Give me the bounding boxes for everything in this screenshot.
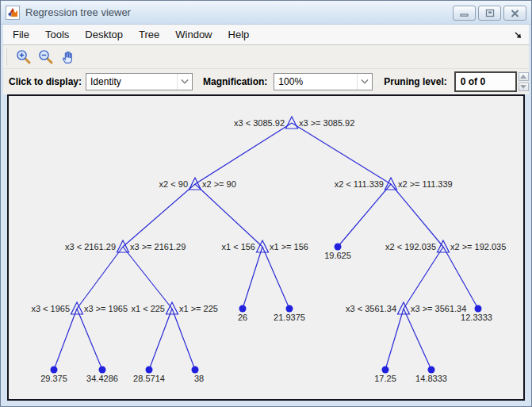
- tree-edge: [404, 247, 443, 309]
- dock-button[interactable]: [513, 30, 522, 40]
- tree-edge: [77, 247, 123, 309]
- tree-edge: [262, 247, 289, 309]
- leaf-value-label: 38: [194, 374, 204, 383]
- leaf-node[interactable]: [335, 244, 342, 251]
- split-label-left: x3 < 1965: [31, 304, 70, 313]
- split-label-right: x2 >= 192.035: [450, 242, 506, 251]
- tree-edge: [195, 123, 292, 184]
- magnification-label: Magnification:: [203, 76, 267, 87]
- branch-node[interactable]: [286, 117, 298, 129]
- menu-tools[interactable]: Tools: [37, 25, 77, 44]
- tree-edge: [149, 309, 172, 370]
- tree-edge: [292, 123, 391, 184]
- tree-edge: [443, 247, 478, 309]
- chevron-down-icon: [357, 74, 372, 90]
- control-bar: Click to display: Identity Magnification…: [3, 69, 529, 94]
- menu-file[interactable]: File: [5, 25, 37, 44]
- spinner-up-button[interactable]: [519, 72, 529, 81]
- leaf-node[interactable]: [99, 367, 106, 374]
- window-title: Regression tree viewer: [25, 6, 131, 18]
- pruning-level-label: Pruning level:: [384, 76, 446, 87]
- zoom-in-button[interactable]: [13, 47, 33, 67]
- magnification-select[interactable]: 100%: [274, 73, 373, 90]
- tree-edge: [404, 309, 431, 370]
- pruning-spinner: [519, 72, 529, 91]
- close-icon: [511, 10, 519, 17]
- leaf-value-label: 29.375: [40, 374, 67, 383]
- zoom-out-button[interactable]: [36, 47, 55, 67]
- split-label-left: x1 < 225: [131, 304, 165, 313]
- leaf-value-label: 17.25: [374, 374, 396, 383]
- leaf-node[interactable]: [192, 367, 199, 374]
- minimize-button[interactable]: [453, 6, 476, 21]
- split-label-right: x2 >= 111.339: [398, 179, 453, 189]
- pruning-level-value: 0 of 0: [461, 76, 485, 87]
- click-to-display-select[interactable]: Identity: [86, 73, 193, 90]
- leaf-node[interactable]: [428, 367, 435, 374]
- leaf-node[interactable]: [146, 367, 153, 374]
- restore-icon: [485, 9, 495, 17]
- pan-hand-icon: [61, 50, 75, 64]
- menu-desktop[interactable]: Desktop: [77, 25, 131, 44]
- leaf-value-label: 19.625: [324, 251, 351, 260]
- tree-edge: [54, 309, 77, 370]
- menu-window[interactable]: Window: [167, 25, 220, 44]
- tool-bar: [3, 45, 529, 69]
- tree-edge: [77, 309, 102, 370]
- close-button[interactable]: [503, 6, 526, 21]
- menu-help[interactable]: Help: [220, 25, 258, 44]
- spinner-down-button[interactable]: [519, 83, 529, 91]
- minimize-icon: [460, 10, 469, 17]
- matlab-logo-icon: [6, 6, 20, 20]
- magnification-value: 100%: [274, 76, 357, 87]
- split-label-right: x3 >= 1965: [84, 304, 128, 313]
- leaf-node[interactable]: [239, 305, 247, 313]
- tree-edge: [338, 184, 391, 247]
- leaf-value-label: 28.5714: [133, 374, 165, 383]
- toolbar-grip[interactable]: [6, 48, 7, 66]
- split-label-right: x2 >= 90: [202, 179, 236, 189]
- split-label-right: x3 >= 3085.92: [299, 118, 354, 128]
- click-to-display-label: Click to display:: [9, 76, 82, 87]
- leaf-node[interactable]: [475, 305, 482, 313]
- leaf-value-label: 14.8333: [415, 374, 447, 383]
- leaf-node[interactable]: [286, 305, 293, 313]
- tree-edge: [243, 247, 262, 309]
- leaf-value-label: 12.3333: [461, 313, 492, 322]
- tree-edge: [385, 309, 404, 370]
- pruning-level-field[interactable]: 0 of 0: [454, 71, 517, 92]
- tree-edge: [195, 184, 262, 247]
- split-label-left: x1 < 156: [221, 242, 255, 251]
- arrow-down-icon: [520, 85, 526, 89]
- window-controls: [453, 1, 526, 21]
- tree-canvas-frame: x3 < 3085.92x3 >= 3085.92x2 < 90x2 >= 90…: [7, 94, 525, 401]
- pan-button[interactable]: [58, 47, 78, 67]
- tree-edge: [172, 309, 195, 370]
- tree-edge: [123, 247, 172, 309]
- arrow-up-icon: [520, 75, 526, 79]
- tree-edge: [123, 184, 195, 247]
- zoom-out-icon: [38, 49, 53, 64]
- chevron-down-icon: [177, 74, 192, 90]
- split-label-left: x3 < 2161.29: [65, 242, 116, 251]
- split-label-left: x3 < 3085.92: [234, 118, 285, 128]
- split-label-left: x2 < 90: [159, 179, 188, 189]
- title-bar[interactable]: Regression tree viewer: [1, 1, 531, 25]
- zoom-in-icon: [16, 49, 31, 64]
- menu-tree[interactable]: Tree: [131, 25, 167, 44]
- dock-arrow-icon: [513, 30, 522, 40]
- split-label-right: x3 >= 2161.29: [130, 242, 186, 251]
- split-label-right: x1 >= 225: [179, 304, 218, 313]
- regression-tree-viewer-window: Regression tree viewer File Tools Deskto…: [0, 0, 532, 407]
- leaf-node[interactable]: [51, 367, 58, 374]
- leaf-value-label: 34.4286: [86, 374, 118, 383]
- split-label-right: x1 >= 156: [270, 242, 308, 251]
- restore-button[interactable]: [478, 6, 501, 21]
- split-label-right: x3 >= 3561.34: [411, 304, 466, 313]
- regression-tree-canvas[interactable]: x3 < 3085.92x3 >= 3085.92x2 < 90x2 >= 90…: [9, 96, 523, 399]
- leaf-node[interactable]: [382, 367, 389, 374]
- split-label-left: x3 < 3561.34: [346, 304, 396, 313]
- tree-edge: [391, 184, 443, 247]
- menu-bar: File Tools Desktop Tree Window Help: [3, 25, 529, 45]
- leaf-value-label: 21.9375: [274, 313, 305, 322]
